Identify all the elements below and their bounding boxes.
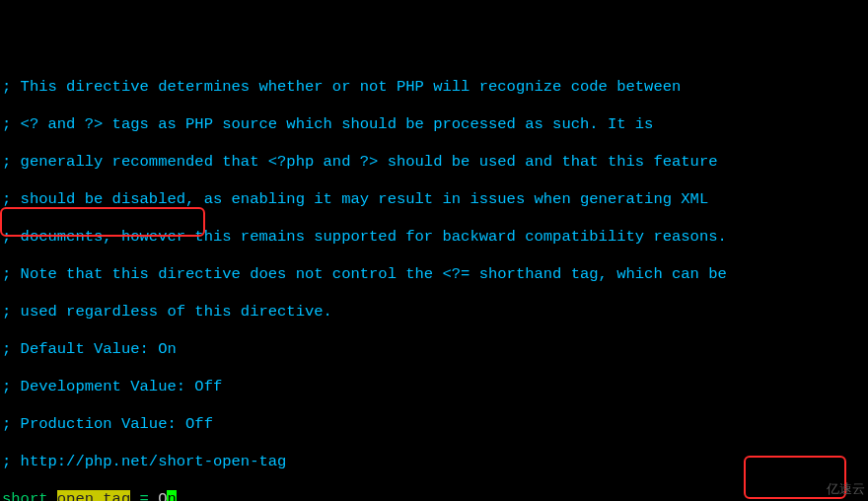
cloud-icon	[801, 480, 823, 498]
setting-short-open-tag[interactable]: short_open_tag = On	[2, 490, 866, 501]
comment-line: ; documents, however this remains suppor…	[2, 228, 866, 247]
comment-line: ; used regardless of this directive.	[2, 303, 866, 322]
comment-line: ; Default Value: On	[2, 340, 866, 359]
comment-line: ; Note that this directive does not cont…	[2, 265, 866, 284]
watermark: 亿速云	[801, 479, 865, 498]
search-highlight: open_tag	[57, 490, 130, 501]
comment-line: ; http://php.net/short-open-tag	[2, 453, 866, 471]
watermark-text: 亿速云	[827, 479, 865, 498]
setting-key: short_	[2, 490, 57, 501]
equals: =	[130, 490, 158, 501]
comment-line: ; This directive determines whether or n…	[2, 78, 866, 97]
comment-line: ; generally recommended that <?php and ?…	[2, 153, 866, 172]
comment-line: ; Development Value: Off	[2, 378, 866, 396]
comment-line: ; <? and ?> tags as PHP source which sho…	[2, 115, 866, 134]
comment-line: ; Production Value: Off	[2, 415, 866, 434]
comment-line: ; should be disabled, as enabling it may…	[2, 190, 866, 209]
cursor: n	[167, 490, 176, 501]
